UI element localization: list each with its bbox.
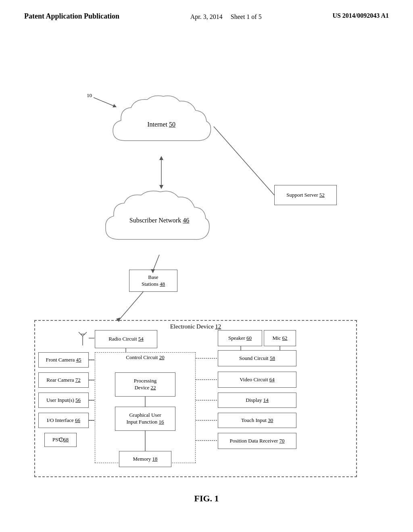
internet-cloud: Internet 50 — [109, 92, 214, 157]
base-stations-box: BaseStations 48 — [129, 270, 177, 292]
mic-box: Mic 62 — [264, 330, 296, 346]
front-camera-label: Front Camera 45 — [46, 357, 81, 364]
sound-circuit-box: Sound Circuit 58 — [218, 350, 296, 366]
subscriber-cloud: Subscriber Network 46 — [101, 187, 218, 254]
graphical-user-label: Graphical UserInput Function 16 — [126, 412, 164, 426]
processing-device-label: ProcessingDevice 22 — [134, 378, 156, 391]
control-circuit-label: Control Circuit 20 — [126, 354, 164, 361]
page-header: Patent Application Publication Apr. 3, 2… — [0, 0, 413, 22]
publication-title: Patent Application Publication — [24, 12, 119, 21]
radio-circuit-box: Radio Circuit 54 — [95, 330, 157, 348]
touch-input-label: Touch Input 30 — [241, 417, 273, 424]
graphical-user-box: Graphical UserInput Function 16 — [115, 407, 175, 431]
svg-line-8 — [214, 127, 274, 195]
rear-camera-label: Rear Camera 72 — [46, 377, 80, 384]
support-server-box: Support Server 52 — [274, 185, 337, 205]
video-circuit-box: Video Circuit 64 — [218, 372, 296, 388]
speaker-box: Speaker 60 — [218, 330, 262, 346]
ref-10-label: 10 — [87, 92, 92, 99]
psu-label: PSU 68 — [52, 436, 69, 443]
radio-circuit-label: Radio Circuit 54 — [108, 336, 144, 343]
display-box: Display 14 — [218, 393, 296, 408]
electronic-device-label: Electronic Device 12 — [170, 323, 221, 331]
publication-date-sheet: Apr. 3, 2014 Sheet 1 of 5 — [190, 12, 262, 22]
io-interface-label: I/O Interface 66 — [47, 417, 80, 424]
fig-label: FIG. 1 — [0, 493, 413, 504]
position-data-label: Position Data Receiver 70 — [229, 438, 284, 445]
svg-line-11 — [119, 292, 143, 320]
position-data-box: Position Data Receiver 70 — [218, 433, 296, 449]
memory-box: Memory 18 — [119, 451, 171, 467]
display-label: Display 14 — [246, 397, 269, 404]
antenna-icon — [77, 330, 89, 348]
subscriber-label: Subscriber Network 46 — [129, 217, 189, 224]
user-inputs-box: User Input(s) 56 — [38, 393, 89, 408]
mic-label: Mic 62 — [272, 335, 287, 342]
touch-input-box: Touch Input 30 — [218, 413, 296, 428]
sound-circuit-label: Sound Circuit 58 — [239, 355, 275, 362]
memory-label: Memory 18 — [133, 456, 157, 463]
support-server-label: Support Server 52 — [286, 192, 325, 199]
publication-number: US 2014/0092043 A1 — [332, 12, 389, 19]
base-stations-label: BaseStations 48 — [142, 274, 165, 288]
front-camera-box: Front Camera 45 — [38, 352, 89, 368]
io-interface-box: I/O Interface 66 — [38, 413, 89, 428]
psu-box: PSU 68 — [44, 433, 77, 447]
speaker-label: Speaker 60 — [228, 335, 252, 342]
processing-device-box: ProcessingDevice 22 — [115, 372, 175, 397]
user-inputs-label: User Input(s) 56 — [46, 397, 81, 404]
diagram-area: 10 Internet 50 Subscriber Network 46 Sup… — [0, 30, 413, 522]
internet-label: Internet 50 — [147, 121, 175, 128]
svg-line-9 — [153, 255, 159, 270]
video-circuit-label: Video Circuit 64 — [240, 376, 275, 383]
rear-camera-box: Rear Camera 72 — [38, 372, 89, 388]
